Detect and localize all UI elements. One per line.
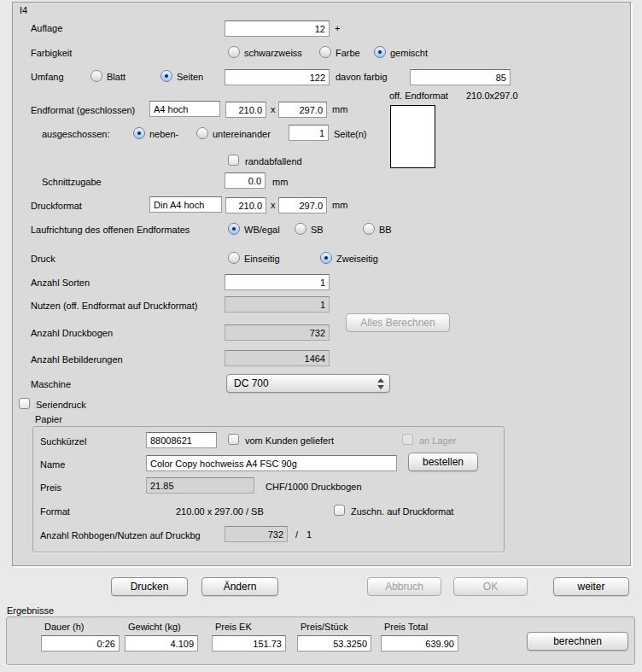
abbruch-button[interactable]: Abbruch: [367, 577, 441, 596]
stepper-arrows-icon: [376, 378, 384, 389]
bestellen-button[interactable]: bestellen: [408, 453, 478, 471]
randabfallend-checkbox[interactable]: [228, 155, 239, 166]
zuschn-checkbox[interactable]: [334, 505, 345, 516]
laufrichtung-option-sb-label: SB: [311, 225, 324, 236]
endformat-height-input[interactable]: [278, 102, 327, 118]
druckformat-mm-label: mm: [332, 200, 347, 211]
preis-unit-label: CHF/1000 Druckbogen: [266, 482, 362, 493]
anzahl-bebilderungen-label: Anzahl Bebilderungen: [31, 354, 123, 365]
druck-option-zweiseitig-label: Zweiseitig: [336, 254, 378, 265]
umfang-label: Umfang: [31, 72, 64, 83]
maschine-select[interactable]: DC 700: [226, 374, 390, 393]
ausgeschossen-seiten-input[interactable]: [289, 125, 329, 141]
druck-radio-einseitig[interactable]: [228, 252, 240, 264]
farbigkeit-option-gemischt-label: gemischt: [390, 48, 428, 59]
vom-kunden-checkbox[interactable]: [228, 434, 239, 445]
suchkuerzel-input[interactable]: [146, 432, 217, 448]
gewicht-input[interactable]: [125, 635, 198, 652]
farbigkeit-label: Farbigkeit: [31, 48, 72, 59]
laufrichtung-radio-wb-egal[interactable]: [228, 223, 240, 235]
farbigkeit-option-schwarzweiss-label: schwarzweiss: [244, 48, 302, 59]
drucken-button[interactable]: Drucken: [111, 577, 188, 596]
umfang-radio-blatt[interactable]: [90, 70, 102, 82]
auflage-label: Auflage: [31, 23, 62, 34]
druck-radio-zweiseitig[interactable]: [320, 252, 332, 264]
preis-label: Preis: [40, 482, 61, 494]
druckformat-name-input[interactable]: [149, 196, 222, 213]
gewicht-label: Gewicht (kg): [128, 622, 181, 633]
endformat-preview: [390, 105, 435, 168]
seriendruck-checkbox[interactable]: [19, 398, 30, 409]
berechnen-button[interactable]: berechnen: [527, 632, 628, 651]
laufrichtung-option-bb-label: BB: [379, 225, 392, 236]
dauer-input[interactable]: [41, 635, 120, 652]
anzahl-druckbogen-input: [225, 324, 330, 341]
vom-kunden-label: vom Kunden geliefert: [245, 435, 334, 447]
druckformat-x-label: x: [271, 200, 276, 211]
laufrichtung-radio-bb[interactable]: [363, 223, 375, 235]
papier-name-label: Name: [40, 459, 65, 470]
auflage-input[interactable]: [225, 20, 330, 37]
endformat-name-input[interactable]: [149, 101, 220, 117]
druckformat-label: Druckformat: [31, 201, 82, 212]
weiter-button[interactable]: weiter: [553, 577, 629, 596]
dauer-label: Dauer (h): [44, 622, 84, 633]
alles-berechnen-button[interactable]: Alles Berechnen: [346, 313, 450, 332]
preis-input: [146, 477, 254, 494]
maschine-label: Maschine: [31, 379, 71, 390]
off-endformat-label: off. Endformat: [389, 91, 448, 102]
preis-ek-input[interactable]: [212, 635, 286, 652]
anzahl-sorten-input[interactable]: [225, 274, 330, 290]
zuschn-label: Zuschn. auf Druckformat: [351, 506, 453, 517]
papier-format-value: 210.00 x 297.00 / SB: [176, 506, 264, 517]
auflage-plus-label: +: [335, 23, 340, 34]
preis-total-input[interactable]: [381, 635, 458, 652]
rohbogen-input: [225, 526, 288, 542]
seriendruck-label: Seriendruck: [36, 400, 86, 411]
davon-farbig-label: davon farbig: [336, 72, 388, 83]
anzahl-bebilderungen-input: [225, 350, 330, 366]
papier-name-input[interactable]: [146, 455, 397, 471]
print-calculation-dialog: { "panel_label": "I4", "units": { "mm": …: [0, 0, 642, 672]
papier-format-label: Format: [40, 506, 70, 517]
aendern-button[interactable]: Ändern: [201, 577, 278, 596]
umfang-option-seiten-label: Seiten: [177, 72, 203, 83]
laufrichtung-option-wb-label: WB/egal: [244, 225, 280, 236]
anzahl-sorten-label: Anzahl Sorten: [31, 278, 90, 289]
druck-label: Druck: [31, 254, 55, 265]
farbigkeit-radio-gemischt[interactable]: [374, 46, 386, 58]
endformat-label: Endformat (geschlossen): [31, 105, 135, 116]
farbigkeit-radio-schwarzweiss[interactable]: [228, 46, 240, 58]
ausgeschossen-radio-neben[interactable]: [133, 127, 145, 139]
druckformat-height-input[interactable]: [278, 197, 327, 213]
rohbogen-slash-label: /: [295, 529, 298, 541]
anzahl-druckbogen-label: Anzahl Druckbogen: [31, 328, 113, 339]
laufrichtung-label: Laufrichtung des offenen Endformates: [31, 225, 190, 236]
schnittzugabe-label: Schnittzugabe: [42, 177, 102, 188]
an-lager-checkbox: [402, 434, 413, 445]
preis-ek-label: Preis EK: [215, 622, 252, 633]
preis-stueck-input[interactable]: [297, 635, 371, 652]
schnittzugabe-input[interactable]: [225, 172, 266, 189]
papier-group-title: Papier: [35, 414, 62, 425]
randabfallend-label: randabfallend: [245, 156, 302, 167]
rohbogen-nutzen-value: 1: [306, 529, 312, 541]
preis-total-label: Preis Total: [384, 622, 428, 633]
druckformat-width-input[interactable]: [225, 197, 266, 213]
umfang-radio-seiten[interactable]: [160, 70, 172, 82]
ausgeschossen-option-untereinander-label: untereinander: [213, 129, 271, 140]
laufrichtung-radio-sb[interactable]: [295, 223, 306, 235]
druck-option-einseitig-label: Einseitig: [244, 254, 280, 265]
preis-stueck-label: Preis/Stück: [301, 622, 348, 633]
farbigkeit-option-farbe-label: Farbe: [336, 48, 360, 59]
ok-button[interactable]: OK: [453, 577, 528, 596]
endformat-x-label: x: [271, 104, 276, 115]
umfang-input[interactable]: [225, 69, 330, 85]
ausgeschossen-radio-untereinander[interactable]: [196, 127, 208, 139]
davon-farbig-input[interactable]: [410, 69, 511, 85]
farbigkeit-radio-farbe[interactable]: [319, 46, 331, 58]
endformat-width-input[interactable]: [225, 102, 266, 118]
off-endformat-value: 210.0x297.0: [466, 91, 518, 102]
nutzen-input: [225, 296, 330, 313]
panel-title: I4: [20, 5, 27, 15]
